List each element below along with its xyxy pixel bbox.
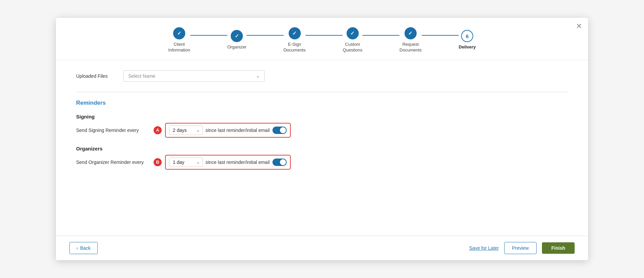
stepper: ✓ ClientInformation ✓ Organizer ✓ E-Sign… [56, 18, 588, 60]
signing-reminder-row: Send Signing Reminder every A 1 day 2 da… [76, 123, 568, 138]
organizers-block: Organizers Send Organizer Reminder every… [76, 146, 568, 170]
step-circle-1: ✓ [173, 27, 185, 39]
select-name-dropdown[interactable]: Select Name ⌄ [123, 70, 265, 82]
step-label-1: ClientInformation [168, 42, 190, 53]
step-label-6: Delivery [459, 44, 476, 50]
step-circle-4: ✓ [347, 27, 359, 39]
organizers-days-select[interactable]: 1 day 2 days 3 days 7 days [169, 158, 203, 167]
signing-toggle-knob [280, 127, 286, 133]
organizers-reminder-row: Send Organizer Reminder every B 1 day 2 … [76, 155, 568, 170]
connector-5 [422, 35, 459, 36]
preview-button[interactable]: Preview [504, 242, 537, 254]
step-label-4: CustomQuestions [343, 42, 362, 53]
organizers-toggle-knob [280, 159, 286, 165]
footer-right: Save for Later Preview Finish [469, 242, 575, 254]
reminders-title: Reminders [76, 100, 568, 106]
signing-days-wrapper: 1 day 2 days 3 days 7 days [169, 126, 203, 135]
step-label-2: Organizer [227, 44, 247, 50]
signing-title: Signing [76, 114, 568, 119]
back-chevron-icon: ‹ [76, 245, 78, 251]
finish-button[interactable]: Finish [542, 242, 575, 254]
step-organizer: ✓ Organizer [227, 30, 247, 50]
save-later-button[interactable]: Save for Later [469, 245, 499, 251]
connector-4 [362, 35, 399, 36]
connector-3 [305, 35, 343, 36]
divider [76, 92, 568, 92]
reminders-section: Reminders Signing Send Signing Reminder … [76, 100, 568, 170]
organizers-title: Organizers [76, 146, 568, 151]
step-circle-2: ✓ [231, 30, 243, 42]
chevron-down-icon: ⌄ [256, 73, 260, 78]
step-label-5: RequestDocuments [399, 42, 422, 53]
close-button[interactable]: ✕ [576, 23, 582, 30]
step-custom-questions: ✓ CustomQuestions [343, 27, 362, 53]
badge-b: B [154, 158, 162, 166]
step-esign: ✓ E-SignDocuments [284, 27, 306, 53]
step-delivery: 6 Delivery [459, 30, 476, 50]
connector-2 [247, 35, 284, 36]
uploaded-files-row: Uploaded Files Select Name ⌄ [76, 70, 568, 82]
step-request-documents: ✓ RequestDocuments [399, 27, 422, 53]
organizers-reminder-box: 1 day 2 days 3 days 7 days since last re… [165, 155, 291, 170]
main-content: Uploaded Files Select Name ⌄ Reminders S… [56, 60, 588, 236]
back-label: Back [80, 245, 91, 251]
select-name-placeholder: Select Name [128, 73, 155, 79]
organizers-toggle[interactable] [272, 159, 287, 166]
signing-since-label: since last reminder/initial email [205, 128, 270, 133]
connector-1 [190, 35, 227, 36]
step-circle-6: 6 [461, 30, 473, 42]
uploaded-files-label: Uploaded Files [76, 73, 117, 79]
modal: ✕ ✓ ClientInformation ✓ Organizer ✓ E-Si… [56, 18, 588, 260]
badge-a: A [154, 126, 162, 134]
step-client-information: ✓ ClientInformation [168, 27, 190, 53]
signing-days-select[interactable]: 1 day 2 days 3 days 7 days [169, 126, 203, 135]
organizers-reminder-label: Send Organizer Reminder every [76, 160, 150, 165]
signing-toggle[interactable] [272, 127, 287, 134]
organizers-since-label: since last reminder/initial email [205, 160, 270, 165]
step-circle-3: ✓ [289, 27, 301, 39]
organizers-days-wrapper: 1 day 2 days 3 days 7 days [169, 158, 203, 167]
footer: ‹ Back Save for Later Preview Finish [56, 236, 588, 260]
back-button[interactable]: ‹ Back [69, 242, 98, 254]
signing-block: Signing Send Signing Reminder every A 1 … [76, 114, 568, 138]
step-circle-5: ✓ [405, 27, 417, 39]
signing-reminder-label: Send Signing Reminder every [76, 128, 150, 133]
signing-reminder-box: 1 day 2 days 3 days 7 days since last re… [165, 123, 291, 138]
step-label-3: E-SignDocuments [284, 42, 306, 53]
